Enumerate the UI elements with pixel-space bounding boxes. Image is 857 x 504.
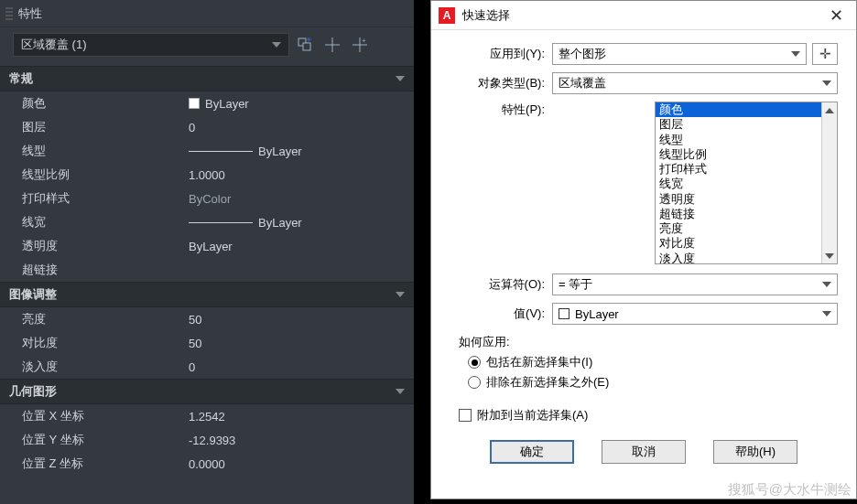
prop-label-layer: 图层 [0, 115, 183, 139]
chevron-down-icon [822, 80, 831, 86]
color-swatch-icon [189, 98, 200, 109]
group-header-label: 图像调整 [9, 286, 57, 303]
operator-value: = 等于 [559, 276, 592, 293]
radio-exclude[interactable] [468, 376, 481, 389]
chevron-down-icon [396, 389, 405, 394]
object-type-selector-value: 区域覆盖 (1) [21, 37, 87, 53]
prop-label-pos-z: 位置 Z 坐标 [0, 452, 183, 476]
prop-label-transparency: 透明度 [0, 234, 183, 258]
list-item[interactable]: 线型 [656, 133, 821, 147]
properties-panel: 特性 区域覆盖 (1) + 常规 颜色 ByLayer 图层 0 线型 ByLa… [0, 0, 414, 504]
select-objects-button[interactable] [320, 33, 344, 57]
radio-include-label: 包括在新选择集中(I) [486, 354, 592, 370]
how-to-apply-label: 如何应用: [459, 334, 838, 350]
prop-value-ltscale[interactable]: 1.0000 [183, 163, 414, 187]
help-button[interactable]: 帮助(H) [713, 440, 797, 464]
operator-label: 运算符(O): [450, 276, 552, 293]
list-item[interactable]: 透明度 [656, 192, 821, 207]
triangle-up-icon [825, 108, 834, 113]
prop-value-pos-z[interactable]: 0.0000 [183, 452, 414, 476]
prop-value-lineweight[interactable]: ByLayer [183, 210, 414, 234]
prop-label-linetype: 线型 [0, 139, 183, 163]
group-header-label: 常规 [9, 70, 33, 87]
list-item[interactable]: 线宽 [656, 177, 821, 191]
exclude-radio-row[interactable]: 排除在新选择集之外(E) [468, 374, 838, 391]
group-header-geometry[interactable]: 几何图形 [0, 379, 414, 404]
list-item[interactable]: 图层 [656, 117, 821, 132]
prop-label-color: 颜色 [0, 91, 183, 115]
quick-select-button[interactable]: + [348, 33, 372, 57]
append-checkbox[interactable] [459, 409, 472, 422]
group-header-label: 几何图形 [9, 383, 57, 400]
radio-include[interactable] [468, 356, 481, 369]
prop-value-pos-y[interactable]: -12.9393 [183, 428, 414, 452]
object-type-selector[interactable]: 区域覆盖 (1) [13, 33, 289, 57]
include-radio-row[interactable]: 包括在新选择集中(I) [468, 354, 838, 370]
prop-label-pos-x: 位置 X 坐标 [0, 404, 183, 428]
chevron-down-icon [791, 51, 800, 57]
prop-label-contrast: 对比度 [0, 331, 183, 355]
scroll-up-button[interactable] [822, 102, 837, 118]
dialog-title-bar[interactable]: A 快速选择 ✕ [431, 1, 856, 30]
prop-value-transparency[interactable]: ByLayer [183, 234, 414, 258]
prop-value-layer[interactable]: 0 [183, 115, 414, 139]
value-select-value: ByLayer [575, 307, 619, 321]
apply-to-select[interactable]: 整个图形 [552, 43, 807, 65]
properties-label: 特性(P): [450, 102, 552, 118]
properties-listbox[interactable]: 颜色图层线型线型比例打印样式线宽透明度超链接亮度对比度淡入度位置 X 坐标 [655, 102, 838, 264]
prop-value-contrast[interactable]: 50 [183, 331, 414, 355]
properties-title-bar[interactable]: 特性 [0, 0, 414, 27]
list-item[interactable]: 打印样式 [656, 162, 821, 177]
triangle-down-icon [825, 253, 834, 259]
prop-value-fade[interactable]: 0 [183, 355, 414, 379]
line-sample-icon [189, 151, 253, 152]
select-objects-icon [325, 38, 340, 52]
object-selector-row: 区域覆盖 (1) + [0, 27, 414, 66]
prop-value-linetype[interactable]: ByLayer [183, 139, 414, 163]
list-item[interactable]: 对比度 [656, 236, 821, 251]
group-header-image-adjust[interactable]: 图像调整 [0, 282, 414, 307]
cancel-button[interactable]: 取消 [602, 440, 686, 464]
quick-select-icon: + [353, 38, 367, 52]
apply-to-label: 应用到(Y): [450, 46, 552, 62]
svg-text:+: + [362, 38, 366, 45]
list-item[interactable]: 颜色 [656, 102, 821, 117]
prop-value-plotstyle: ByColor [183, 187, 414, 210]
prop-value-color[interactable]: ByLayer [183, 91, 414, 115]
autocad-logo-icon: A [439, 7, 455, 24]
ok-button[interactable]: 确定 [490, 440, 574, 464]
close-button[interactable]: ✕ [823, 3, 849, 28]
object-type-select[interactable]: 区域覆盖 [552, 72, 838, 94]
color-swatch-icon [559, 308, 570, 319]
drag-grip-icon [5, 7, 13, 20]
line-sample-icon [189, 222, 253, 223]
pick-objects-button[interactable]: ✛ [812, 43, 838, 65]
toggle-pickadd-icon [298, 38, 312, 52]
scroll-down-button[interactable] [822, 248, 837, 263]
quick-select-dialog: A 快速选择 ✕ 应用到(Y): 整个图形 ✛ 对象类型(B): 区域覆盖 [430, 0, 857, 499]
prop-label-ltscale: 线型比例 [0, 163, 183, 187]
list-item[interactable]: 线型比例 [656, 147, 821, 162]
group-header-general[interactable]: 常规 [0, 66, 414, 91]
operator-select[interactable]: = 等于 [552, 273, 838, 295]
prop-value-pos-x[interactable]: 1.2542 [183, 404, 414, 428]
append-check-row[interactable]: 附加到当前选择集(A) [459, 407, 838, 424]
value-select[interactable]: ByLayer [552, 303, 838, 325]
svg-rect-1 [303, 43, 310, 50]
listbox-scrollbar[interactable] [821, 102, 837, 263]
chevron-down-icon [272, 42, 281, 48]
value-label: 值(V): [450, 306, 552, 322]
prop-value-hyperlink[interactable] [183, 258, 414, 282]
list-item[interactable]: 超链接 [656, 207, 821, 221]
prop-label-plotstyle: 打印样式 [0, 187, 183, 210]
list-item[interactable]: 淡入度 [656, 252, 821, 264]
toggle-pickadd-button[interactable] [293, 33, 317, 57]
chevron-down-icon [822, 282, 831, 287]
list-item[interactable]: 亮度 [656, 221, 821, 236]
chevron-down-icon [396, 292, 405, 297]
apply-to-value: 整个图形 [559, 46, 606, 62]
object-type-value: 区域覆盖 [559, 75, 606, 91]
append-checkbox-label: 附加到当前选择集(A) [477, 407, 588, 424]
prop-value-brightness[interactable]: 50 [183, 307, 414, 331]
prop-label-pos-y: 位置 Y 坐标 [0, 428, 183, 452]
